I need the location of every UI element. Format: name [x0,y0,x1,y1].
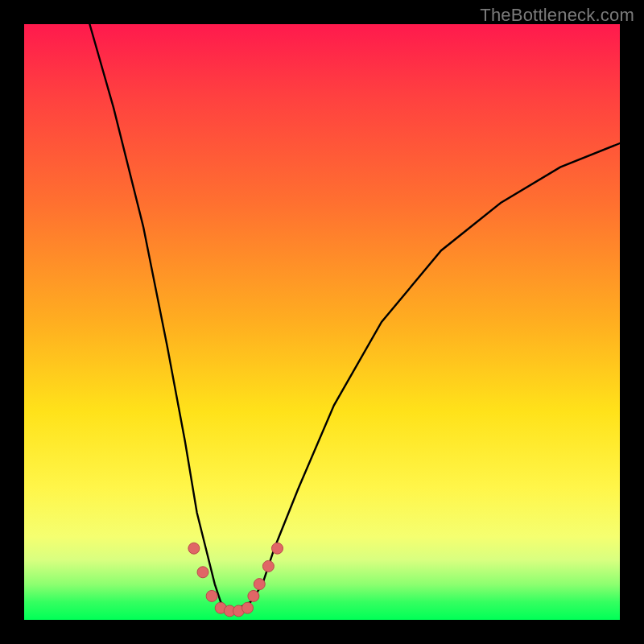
sample-point [197,567,208,578]
sample-point [254,579,265,590]
sample-points [188,543,283,617]
sample-point [248,590,259,601]
sample-point [242,602,254,613]
sample-point [262,560,274,572]
bottleneck-curve [89,24,620,608]
sample-point [188,543,200,554]
sample-point [272,543,283,554]
sample-point [206,590,217,601]
watermark-text: TheBottleneck.com [480,5,634,26]
curve-layer [24,24,620,620]
chart-frame: TheBottleneck.com [0,0,644,644]
plot-area [24,24,620,620]
